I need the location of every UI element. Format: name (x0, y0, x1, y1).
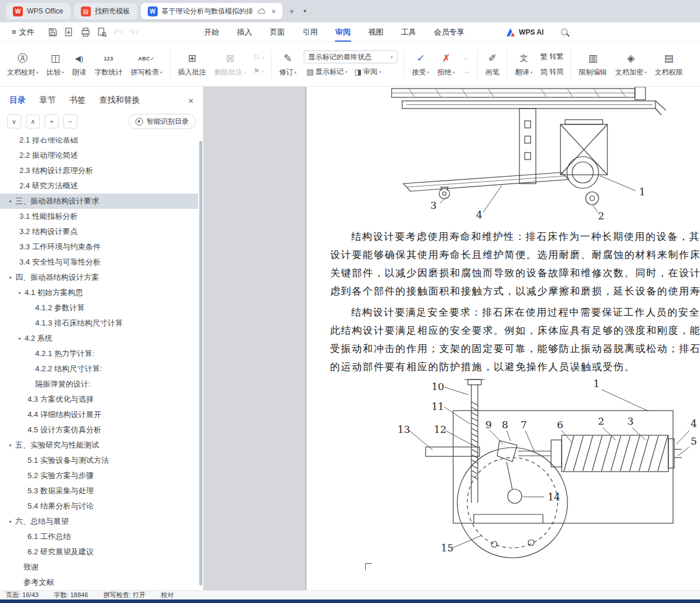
spell-check-button[interactable]: ABC✓ 拼写检查▾ (127, 49, 166, 80)
toc-item[interactable]: ▼4.2 系统 (0, 331, 198, 346)
menu-item[interactable]: 审阅 (327, 23, 359, 42)
menu-item[interactable]: 开始 (195, 23, 228, 42)
insert-comment-button[interactable]: ⊞ 插入批注 (175, 49, 210, 80)
toc-item[interactable]: 6.1 工作总结 (0, 529, 198, 544)
wps-ai-button[interactable]: WPS AI (506, 28, 543, 37)
accept-button[interactable]: ✓ 接受▾ (409, 49, 433, 80)
markup-state-select[interactable]: 显示标记的最终状态 ▾ (304, 50, 397, 63)
encrypt-button[interactable]: ◈ 文档加密▾ (611, 49, 650, 80)
menu-item[interactable]: 会员专享 (425, 23, 473, 42)
toc-item[interactable]: 2.4 研究方法概述 (0, 178, 198, 194)
toc-item[interactable]: 4.1.2 参数计算 (0, 300, 198, 316)
toc-item[interactable]: 4.5 设计方案仿真分析 (0, 422, 198, 438)
paragraph-1[interactable]: 结构设计要考虑使用寿命和维护性：排石床作为一种长期使用的设备，其结设计要能够确保… (330, 228, 700, 300)
redo-button[interactable]: ↷▾ (128, 28, 138, 37)
menu-item[interactable]: 引用 (294, 23, 327, 42)
save-icon[interactable] (47, 27, 58, 38)
delete-comment-button[interactable]: ⊠ 删除批注▾ (211, 49, 250, 80)
smart-toc-button[interactable]: 智能识别目录 (128, 114, 196, 129)
new-tab-button[interactable]: + (286, 7, 297, 15)
menu-item[interactable]: 视图 (359, 23, 392, 42)
toc-item[interactable]: 4.2.2 结构尺寸计算: (0, 361, 198, 377)
next-change-button[interactable]: → (460, 66, 473, 77)
toc-item[interactable]: 2.1 排石理论基础 (0, 137, 198, 148)
menu-item[interactable]: 插入 (228, 23, 261, 42)
toc-item[interactable]: 参考文献 (0, 575, 198, 590)
toc-item[interactable]: ▼4.1 初始方案构思 (0, 285, 198, 300)
toc-collapse-arrow-icon[interactable]: ▼ (8, 520, 12, 524)
status-item[interactable]: 页面: 16/43 (6, 591, 39, 599)
to-traditional-button[interactable]: 繁转繁 (537, 50, 566, 63)
toc-item[interactable]: ▼五、实验研究与性能测试 (0, 438, 198, 453)
tab-list-button[interactable]: ▾ (301, 8, 310, 14)
print-icon[interactable] (80, 27, 91, 38)
restrict-edit-button[interactable]: ▥ 限制编辑 (575, 49, 610, 80)
close-tab-icon[interactable]: × (271, 7, 276, 16)
toc-item[interactable]: 6.2 研究展望及建议 (0, 544, 198, 560)
sidebar-tab[interactable]: 目录 (9, 95, 26, 106)
ink-brush-button[interactable]: ✐ 画笔 (482, 49, 503, 80)
show-markup-button[interactable]: ▤显示标记▾ (304, 66, 351, 78)
word-count-button[interactable]: 123 字数统计 (91, 49, 126, 80)
toc-item[interactable]: 4.1.3 排石床结构尺寸计算 (0, 316, 198, 331)
status-item[interactable]: 拼写检查: 打开 (103, 591, 145, 599)
tab-docer-templates[interactable]: ▤ 找稻壳模板 (74, 3, 137, 19)
print-preview-icon[interactable] (97, 27, 107, 38)
expand-all-button[interactable]: ∧ (26, 114, 40, 128)
toc-item[interactable]: ▼六、总结与展望 (0, 514, 198, 529)
reject-button[interactable]: ✗ 拒绝▾ (434, 49, 458, 80)
export-pdf-icon[interactable] (64, 27, 74, 38)
toc-collapse-arrow-icon[interactable]: ▼ (8, 443, 12, 448)
toc-item[interactable]: 5.2 实验方案与步骤 (0, 468, 198, 483)
toc-item[interactable]: ▼三、振动器结构设计要求 (0, 194, 198, 209)
close-panel-icon[interactable]: × (188, 96, 193, 106)
toc-item[interactable]: 致谢 (0, 560, 198, 575)
compare-button[interactable]: ◫ 比较▾ (43, 49, 68, 80)
toc-item[interactable]: 2.2 振动理论简述 (0, 148, 198, 163)
undo-button[interactable]: ↶▾ (113, 28, 123, 37)
collapse-all-button[interactable]: ∨ (7, 114, 21, 128)
expand-level-button[interactable]: + (45, 114, 59, 128)
toc-item[interactable]: 4.4 详细结构设计展开 (0, 407, 198, 422)
status-item[interactable]: 字数: 18846 (54, 591, 89, 599)
tab-wps-home[interactable]: W WPS Office (6, 3, 70, 19)
sidebar-tab[interactable]: 章节 (39, 95, 56, 106)
track-changes-button[interactable]: ✎ 修订▾ (276, 49, 300, 80)
proofread-button[interactable]: Ⓐ 文档校对▾ (4, 49, 42, 80)
toc-item[interactable]: 3.2 结构设计要点 (0, 224, 198, 239)
toc-collapse-arrow-icon[interactable]: ▼ (18, 337, 22, 341)
toc-item[interactable]: 3.3 工作环境与约束条件 (0, 239, 198, 255)
toc-item[interactable]: 3.4 安全性与可靠性分析 (0, 255, 198, 270)
toc-item[interactable]: ▼四、振动器结构设计方案 (0, 270, 198, 285)
search-icon[interactable] (561, 29, 568, 35)
read-aloud-button[interactable]: ◀) 朗读 (69, 49, 90, 80)
translate-button[interactable]: 文 翻译▾ (512, 49, 536, 80)
document-page[interactable]: 3421 结构设计要考虑使用寿命和维护性：排石床作为一种长期使用的设备，其结设计… (307, 87, 700, 590)
next-comment-button[interactable]: ⚑▾ (250, 66, 267, 77)
to-simplified-button[interactable]: 简转简 (537, 66, 566, 79)
prev-change-button[interactable]: ← (460, 52, 473, 63)
toc-item[interactable]: 5.4 结果分析与讨论 (0, 499, 198, 514)
toc-item[interactable]: 5.1 实验设备与测试方法 (0, 453, 198, 468)
status-item[interactable]: 校对 (161, 591, 174, 599)
toc-collapse-arrow-icon[interactable]: ▼ (8, 199, 12, 204)
toc-item[interactable]: 5.3 数据采集与处理 (0, 483, 198, 499)
doc-permission-button[interactable]: ▤ 文档权限 (651, 49, 687, 80)
sidebar-scrollbar[interactable] (199, 141, 202, 585)
toc-item[interactable]: 隔振弹簧的设计: (0, 377, 198, 392)
tab-active-document[interactable]: W 基于理论分析与数值模拟的排 × (141, 3, 283, 19)
sidebar-tab[interactable]: 查找和替换 (99, 95, 140, 106)
toc-item[interactable]: 3.1 性能指标分析 (0, 209, 198, 224)
review-pane-button[interactable]: ◨审阅▾ (352, 66, 385, 78)
toc-item[interactable]: 4.2.1 热力学计算: (0, 346, 198, 361)
menu-item[interactable]: 页面 (261, 23, 294, 42)
paragraph-2[interactable]: 结构设计要满足安全要求：排石床在使用过程中需要保证工作人员的安全，此结构设计要满… (330, 303, 700, 376)
toc-collapse-arrow-icon[interactable]: ▼ (18, 291, 22, 295)
prev-comment-button[interactable]: ⚐▾ (250, 52, 267, 63)
toc-item[interactable]: 4.3 方案优化与选择 (0, 392, 198, 407)
sidebar-tab[interactable]: 书签 (69, 95, 86, 106)
file-menu-button[interactable]: ≡ 文件 (8, 25, 38, 40)
menu-item[interactable]: 工具 (392, 23, 425, 42)
collapse-level-button[interactable]: − (63, 114, 77, 128)
toc-item[interactable]: 2.3 结构设计原理分析 (0, 163, 198, 178)
